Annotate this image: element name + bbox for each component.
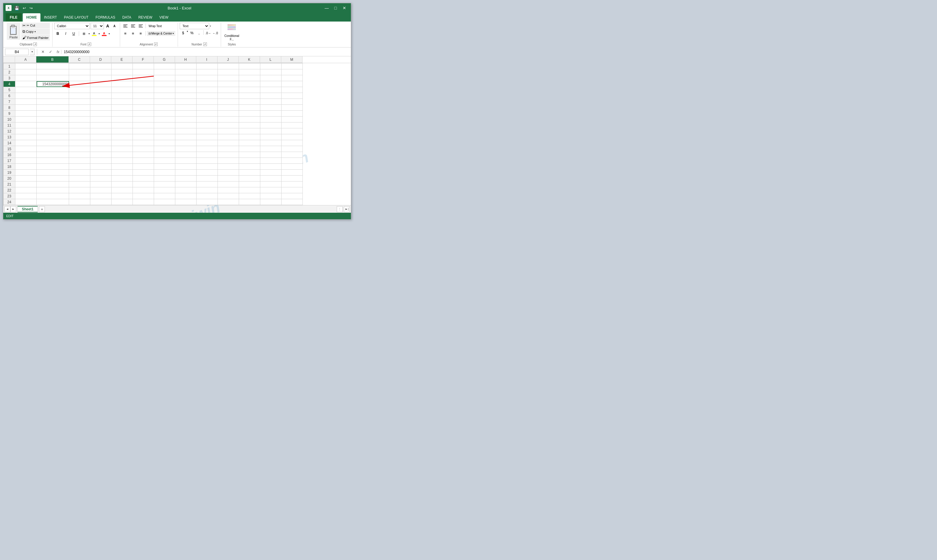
cell-G17[interactable]	[154, 158, 175, 164]
align-right-button[interactable]: ≡	[137, 30, 144, 37]
cell-J10[interactable]	[218, 117, 239, 122]
font-name-select[interactable]: Calibri Arial Times New Roman	[54, 23, 90, 29]
cell-C7[interactable]	[69, 99, 90, 105]
cell-J15[interactable]	[218, 146, 239, 152]
cell-B6[interactable]	[37, 93, 69, 99]
cell-B15[interactable]	[37, 146, 69, 152]
cell-A16[interactable]	[15, 152, 37, 158]
cell-K24[interactable]	[239, 199, 260, 205]
cell-F12[interactable]	[133, 128, 154, 134]
cell-M6[interactable]	[282, 93, 303, 99]
cell-J11[interactable]	[218, 122, 239, 128]
name-box-dropdown[interactable]: ▾	[30, 49, 34, 55]
cell-F18[interactable]	[133, 164, 154, 170]
copy-button[interactable]: ⧉ Copy ▾	[21, 29, 50, 34]
cell-K14[interactable]	[239, 140, 260, 146]
row-header-7[interactable]: 7	[3, 99, 15, 105]
cell-J19[interactable]	[218, 170, 239, 175]
cell-K22[interactable]	[239, 187, 260, 193]
row-header-14[interactable]: 14	[3, 140, 15, 146]
cell-C14[interactable]	[69, 140, 90, 146]
cell-F16[interactable]	[133, 152, 154, 158]
cell-G5[interactable]	[154, 87, 175, 93]
cell-M15[interactable]	[282, 146, 303, 152]
row-header-4[interactable]: 4	[3, 81, 15, 87]
save-button[interactable]: 💾	[13, 5, 20, 11]
cell-M13[interactable]	[282, 134, 303, 140]
cell-A11[interactable]	[15, 122, 37, 128]
cell-D16[interactable]	[90, 152, 112, 158]
number-format-select[interactable]: Text General Number Currency Percentage	[180, 23, 209, 29]
row-header-17[interactable]: 17	[3, 158, 15, 164]
cell-F6[interactable]	[133, 93, 154, 99]
redo-button[interactable]: ↪	[28, 5, 34, 11]
col-header-F[interactable]: F	[132, 56, 154, 63]
cell-I13[interactable]	[197, 134, 218, 140]
cell-L7[interactable]	[260, 99, 282, 105]
cell-H13[interactable]	[175, 134, 197, 140]
cell-C24[interactable]	[69, 199, 90, 205]
cell-K2[interactable]	[239, 69, 260, 75]
cell-B11[interactable]	[37, 122, 69, 128]
cell-K17[interactable]	[239, 158, 260, 164]
font-color-dropdown[interactable]: ▾	[109, 32, 110, 35]
cell-D24[interactable]	[90, 199, 112, 205]
cell-G11[interactable]	[154, 122, 175, 128]
cell-L22[interactable]	[260, 187, 282, 193]
tab-home[interactable]: HOME	[23, 13, 40, 22]
cell-M20[interactable]	[282, 175, 303, 182]
undo-button[interactable]: ↩	[22, 5, 27, 11]
cell-L19[interactable]	[260, 170, 282, 175]
border-button[interactable]: ⊞	[80, 31, 88, 37]
tab-file[interactable]: FILE	[6, 13, 22, 22]
cell-M9[interactable]	[282, 111, 303, 117]
cell-I18[interactable]	[197, 164, 218, 170]
tab-insert[interactable]: INSERT	[40, 13, 60, 22]
alignment-expand-button[interactable]: ↗	[154, 43, 158, 46]
align-top-left-button[interactable]	[122, 23, 129, 29]
cell-H6[interactable]	[175, 93, 197, 99]
cell-M16[interactable]	[282, 152, 303, 158]
cell-C21[interactable]	[69, 182, 90, 187]
cell-D10[interactable]	[90, 117, 112, 122]
row-header-2[interactable]: 2	[3, 69, 15, 75]
cell-D22[interactable]	[90, 187, 112, 193]
col-header-M[interactable]: M	[281, 56, 303, 63]
cell-B10[interactable]	[37, 117, 69, 122]
cell-H1[interactable]	[175, 63, 197, 69]
cell-I12[interactable]	[197, 128, 218, 134]
cell-F4[interactable]	[133, 81, 154, 87]
cell-F20[interactable]	[133, 175, 154, 182]
cell-E9[interactable]	[112, 111, 133, 117]
cell-C18[interactable]	[69, 164, 90, 170]
cell-M14[interactable]	[282, 140, 303, 146]
cell-G4[interactable]	[154, 81, 175, 87]
cut-button[interactable]: ✂ ✂ Cut	[21, 23, 50, 28]
cell-M2[interactable]	[282, 69, 303, 75]
col-header-G[interactable]: G	[154, 56, 175, 63]
cell-G10[interactable]	[154, 117, 175, 122]
cell-D6[interactable]	[90, 93, 112, 99]
cell-H3[interactable]	[175, 75, 197, 81]
cell-L1[interactable]	[260, 63, 282, 69]
cell-E10[interactable]	[112, 117, 133, 122]
cell-A20[interactable]	[15, 175, 37, 182]
col-header-E[interactable]: E	[111, 56, 132, 63]
decrease-decimal-button[interactable]: ←.0	[212, 30, 218, 36]
cell-B19[interactable]	[37, 170, 69, 175]
cell-A15[interactable]	[15, 146, 37, 152]
cell-M1[interactable]	[282, 63, 303, 69]
cell-D13[interactable]	[90, 134, 112, 140]
cell-A6[interactable]	[15, 93, 37, 99]
cell-I19[interactable]	[197, 170, 218, 175]
cell-J14[interactable]	[218, 140, 239, 146]
cell-A22[interactable]	[15, 187, 37, 193]
cell-G7[interactable]	[154, 99, 175, 105]
cell-G12[interactable]	[154, 128, 175, 134]
cell-M5[interactable]	[282, 87, 303, 93]
cell-A8[interactable]	[15, 105, 37, 111]
cell-I20[interactable]	[197, 175, 218, 182]
cell-A1[interactable]	[15, 63, 37, 69]
cell-H12[interactable]	[175, 128, 197, 134]
cell-B2[interactable]	[37, 69, 69, 75]
